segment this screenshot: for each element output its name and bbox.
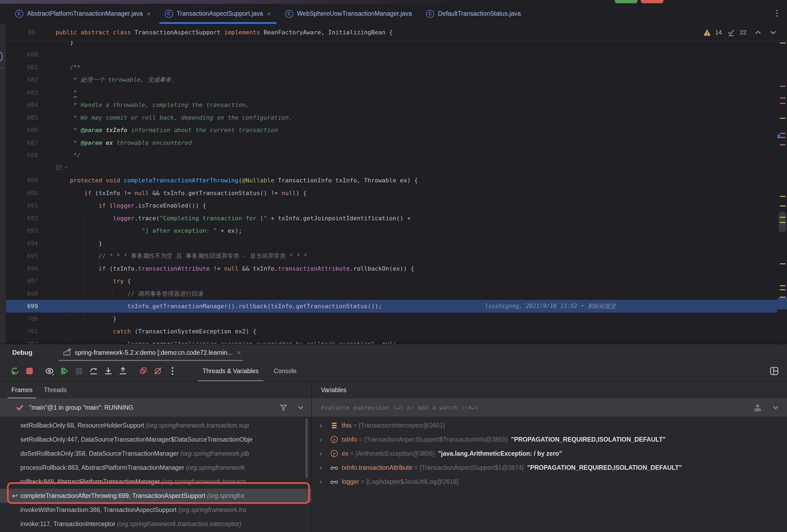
code-line[interactable]: 681 /** (6, 61, 787, 73)
run-button[interactable] (615, 0, 638, 3)
frames-panel-tab[interactable]: Frames (12, 381, 33, 398)
error-stripe-mark[interactable] (780, 263, 786, 264)
code-line[interactable]: 696 if (txInfo.transactionAttribute != n… (6, 262, 787, 275)
prev-problem-icon[interactable] (754, 29, 762, 36)
line-number[interactable]: 702 (6, 338, 38, 345)
line-number[interactable]: 698 (6, 287, 38, 300)
code-line[interactable]: } (6, 41, 787, 48)
code-line[interactable]: 694 } (6, 237, 787, 250)
code-line[interactable]: 695 // * * * 事务属性不为空 且 事务属性回滚异常类 - 是当前异常… (6, 249, 787, 262)
stop-button[interactable] (641, 0, 663, 3)
mute-breakpoints-icon[interactable] (151, 364, 165, 378)
expand-chevron-icon[interactable]: › (320, 477, 326, 486)
line-number[interactable]: 682 (6, 73, 38, 86)
file-tab[interactable]: CDefaultTransactionStatus.java (419, 4, 528, 24)
editor-error-stripe[interactable] (777, 41, 787, 344)
rerun-debug-icon[interactable] (7, 364, 22, 378)
debug-view-tab[interactable]: Console (266, 361, 304, 381)
code-line[interactable]: 698 // 调用事务管理器进行回滚 (6, 287, 787, 300)
stop-icon[interactable] (22, 364, 37, 378)
code-line[interactable]: 684 * Handle a throwable, completing the… (6, 98, 787, 111)
line-number[interactable]: 687 (6, 136, 38, 149)
code-line[interactable]: 689 protected void completeTransactionAf… (6, 174, 787, 187)
tab-options-kebab-icon[interactable] (773, 9, 781, 18)
step-over-icon[interactable] (86, 364, 101, 378)
resume-program-icon[interactable] (57, 364, 72, 378)
error-stripe-mark[interactable] (780, 118, 786, 119)
close-tab-icon[interactable]: × (267, 10, 271, 17)
editor-scrollbar-thumb[interactable] (779, 212, 786, 232)
error-stripe-mark[interactable] (780, 103, 786, 104)
line-number[interactable]: 688 (6, 149, 38, 161)
frame-row[interactable]: doSetRollbackOnly:358, DataSourceTransac… (0, 446, 312, 461)
debug-view-tab[interactable]: Threads & Variables (195, 361, 266, 381)
expand-chevron-icon[interactable]: › (320, 463, 326, 472)
expand-chevron-icon[interactable]: › (320, 449, 326, 458)
code-line[interactable]: 688 */ (6, 149, 787, 161)
error-stripe-mark[interactable] (780, 137, 786, 138)
line-number[interactable]: 691 (6, 199, 38, 212)
step-out-icon[interactable] (115, 364, 130, 378)
line-number[interactable]: 684 (6, 98, 38, 111)
error-stripe-mark[interactable] (780, 133, 786, 134)
frame-row[interactable]: invoke:117, TransactionInterceptor (org.… (0, 517, 312, 531)
error-stripe-mark[interactable] (780, 43, 786, 44)
line-number[interactable]: 680 (6, 48, 38, 61)
expand-chevron-icon[interactable]: › (320, 421, 326, 430)
more-actions-icon[interactable] (165, 364, 180, 378)
file-tab[interactable]: CTransactionAspectSupport.java× (158, 4, 278, 24)
code-line[interactable]: 699 txInfo.getTransactionManager().rollb… (6, 300, 787, 313)
line-number[interactable]: 686 (6, 124, 38, 136)
pause-icon[interactable] (72, 364, 86, 378)
line-number[interactable]: 692 (6, 212, 38, 225)
code-line[interactable]: 690 if (txInfo != null && txInfo.getTran… (6, 187, 787, 199)
error-stripe-mark[interactable] (780, 97, 786, 98)
code-line[interactable]: 683 * (6, 86, 787, 99)
line-number[interactable]: 701 (6, 325, 38, 338)
layout-settings-icon[interactable] (767, 364, 782, 378)
debug-session-tab[interactable]: spring-framework-5.2.x:demo [:demo:cn.co… (62, 344, 241, 361)
code-line[interactable]: 693 "] after exception: " + ex); (6, 224, 787, 237)
frames-panel-tab[interactable]: Threads (44, 381, 67, 398)
frame-row[interactable]: proceed:194, ReflectiveMethodInvocation … (0, 531, 312, 532)
error-stripe-mark[interactable] (780, 144, 786, 145)
variable-row[interactable]: ›this = {TransactionInterceptor@2601} (312, 418, 787, 433)
code-line[interactable] (6, 161, 787, 174)
step-into-icon[interactable] (101, 364, 115, 378)
line-number[interactable]: 697 (6, 275, 38, 287)
frame-row[interactable]: invokeWithinTransaction:386, Transaction… (0, 503, 312, 517)
code-line[interactable]: 685 * We may commit or roll back, depend… (6, 111, 787, 124)
view-breakpoints-icon[interactable] (43, 364, 57, 378)
line-number[interactable]: 699 (6, 300, 38, 313)
line-number[interactable]: 695 (6, 249, 38, 262)
line-number[interactable]: 685 (6, 111, 38, 124)
thread-dropdown-chevron-icon[interactable] (297, 404, 304, 411)
frame-row[interactable]: setRollbackOnly:447, DataSourceTransacti… (0, 433, 312, 446)
expand-chevron-icon[interactable]: › (320, 435, 326, 444)
thread-status-bar[interactable]: "main"@1 in group "main": RUNNING (0, 398, 312, 417)
code-line[interactable]: 701 catch (TransactionSystemException ex… (6, 325, 787, 338)
variable-row[interactable]: ›pex = {ArithmeticException@3856}"java.l… (312, 446, 787, 461)
code-line[interactable]: 686 * @param txInfo information about th… (6, 124, 787, 136)
line-number[interactable]: 690 (6, 187, 38, 199)
code-line[interactable]: 700 } (6, 313, 787, 325)
error-stripe-mark[interactable] (780, 289, 786, 290)
close-session-icon[interactable]: × (237, 349, 241, 356)
error-stripe-mark[interactable] (780, 205, 786, 206)
inspections-widget[interactable]: 14 22 (703, 24, 777, 41)
line-number[interactable]: 683 (6, 86, 38, 99)
code-line[interactable]: 697 try { (6, 275, 787, 287)
line-number[interactable]: 681 (6, 61, 38, 73)
line-number[interactable]: 700 (6, 313, 38, 325)
variable-row[interactable]: ›ptxInfo = {TransactionAspectSupport$Tra… (312, 433, 787, 446)
next-problem-icon[interactable] (769, 29, 777, 36)
code-line[interactable]: 702 logger.error("Application exception … (6, 338, 787, 345)
line-number[interactable]: 693 (6, 224, 38, 237)
error-stripe-mark[interactable] (780, 285, 786, 286)
eval-dropdown-chevron-icon[interactable] (772, 404, 780, 411)
error-stripe-mark[interactable] (780, 86, 786, 87)
code-editor[interactable]: }680681 /**682 * 处理一个 throwable, 完成事务。68… (0, 41, 787, 344)
evaluate-expression-input[interactable]: Evaluate expression (↵) or add a watch (… (312, 398, 787, 417)
code-line[interactable]: 682 * 处理一个 throwable, 完成事务。 (6, 73, 787, 86)
file-tab[interactable]: CWebSphereUowTransactionManager.java (278, 4, 419, 24)
